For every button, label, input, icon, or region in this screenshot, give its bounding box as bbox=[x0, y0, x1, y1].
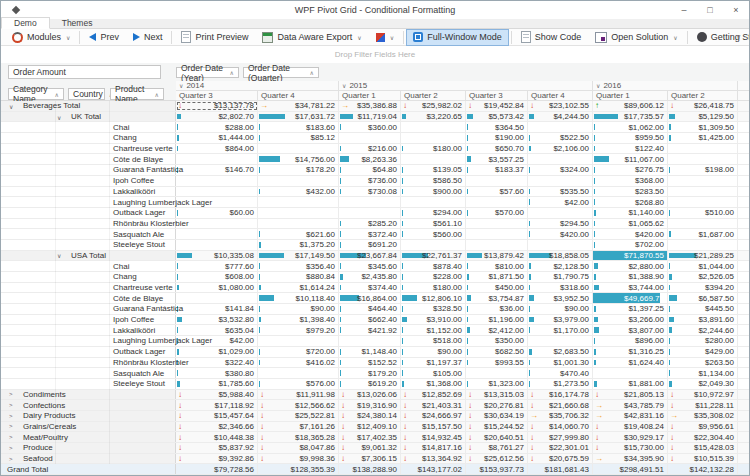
pivot-cell[interactable]: →$35,308.02 bbox=[668, 411, 738, 421]
pivot-cell[interactable]: ↓$14,817.16 bbox=[401, 443, 466, 453]
pivot-cell[interactable]: $298,491.51 bbox=[593, 464, 668, 474]
pivot-cell[interactable]: ↓$24,380.14 bbox=[339, 411, 401, 421]
pivot-cell[interactable] bbox=[528, 336, 593, 346]
row-header[interactable]: Chartreuse verte bbox=[1, 144, 176, 154]
pivot-cell[interactable]: $576.00 bbox=[258, 379, 339, 389]
pivot-cell[interactable]: $416.02 bbox=[258, 358, 339, 368]
pivot-cell[interactable]: →$42,831.16 bbox=[593, 411, 668, 421]
pivot-cell[interactable]: →$34,395.90 bbox=[593, 454, 668, 464]
row-field-product-name[interactable]: Product Name∧ bbox=[110, 88, 164, 100]
pivot-cell[interactable]: $959.50 bbox=[593, 133, 668, 143]
pivot-cell[interactable] bbox=[668, 240, 738, 250]
pivot-cell[interactable]: $11,719.04 bbox=[339, 112, 401, 122]
pivot-cell[interactable]: $90.00 bbox=[528, 304, 593, 314]
pivot-cell[interactable]: $139.05 bbox=[401, 165, 466, 175]
pivot-cell[interactable]: $1,197.37 bbox=[401, 358, 466, 368]
pivot-cell[interactable]: $141.84 bbox=[176, 304, 258, 314]
pivot-cell[interactable]: $350.00 bbox=[466, 336, 528, 346]
pivot-cell[interactable] bbox=[668, 187, 738, 197]
pivot-cell[interactable]: $864.00 bbox=[176, 144, 258, 154]
pivot-cell[interactable]: $1,398.40 bbox=[258, 315, 339, 325]
pivot-cell[interactable]: $181,681.43 bbox=[528, 464, 593, 474]
row-header[interactable]: Laughing Lumberjack Lager bbox=[1, 197, 176, 207]
row-header[interactable]: Côte de Blaye bbox=[1, 293, 176, 303]
pivot-cell[interactable]: $3,910.00 bbox=[401, 315, 466, 325]
pivot-cell[interactable]: $16,864.00 bbox=[339, 293, 401, 303]
pivot-cell[interactable]: $178.20 bbox=[258, 165, 339, 175]
pivot-cell[interactable]: ↓$13,364.92 bbox=[401, 454, 466, 464]
pivot-cell[interactable]: $21,289.25 bbox=[668, 251, 738, 261]
pivot-cell[interactable] bbox=[258, 219, 339, 229]
pivot-cell[interactable]: $736.00 bbox=[339, 176, 401, 186]
pivot-cell[interactable]: $635.04 bbox=[176, 325, 258, 335]
pivot-cell[interactable]: ↓$21,403.31 bbox=[401, 400, 466, 410]
pivot-cell[interactable]: ↓$11,228.11 bbox=[668, 400, 738, 410]
pivot-cell[interactable]: ↓$24,666.97 bbox=[401, 411, 466, 421]
row-header[interactable]: Lakkalikööri bbox=[1, 187, 176, 197]
pivot-cell[interactable]: $179.20 bbox=[339, 368, 401, 378]
data-field-order-amount[interactable]: Order Amount bbox=[8, 65, 161, 79]
toolbar-button-show-code[interactable]: Show Code bbox=[514, 29, 589, 46]
pivot-cell[interactable] bbox=[401, 133, 466, 143]
row-header[interactable]: Rhönbräu Klosterbier bbox=[1, 219, 176, 229]
pivot-cell[interactable] bbox=[528, 208, 593, 218]
quarter-header-cell[interactable]: Quarter 4 bbox=[258, 91, 339, 101]
pivot-cell[interactable]: $2,049.30 bbox=[668, 379, 738, 389]
pivot-cell[interactable]: $2,435.80 bbox=[339, 272, 401, 282]
row-header[interactable]: >Confections bbox=[1, 400, 176, 410]
pivot-cell[interactable]: ↓$25,982.02 bbox=[401, 101, 466, 111]
pivot-cell[interactable]: $128,355.39 bbox=[258, 464, 339, 474]
pivot-cell[interactable]: ↓$7,306.15 bbox=[339, 454, 401, 464]
pivot-cell[interactable]: $90.00 bbox=[258, 304, 339, 314]
pivot-cell[interactable] bbox=[668, 144, 738, 154]
pivot-cell[interactable]: $1,790.75 bbox=[528, 272, 593, 282]
toolbar-button-prev[interactable]: Prev bbox=[82, 29, 126, 46]
row-field-country[interactable]: Country∧ bbox=[68, 88, 105, 100]
pivot-cell[interactable]: ↓$15,457.64 bbox=[176, 411, 258, 421]
pivot-cell[interactable]: ↓$20,640.51 bbox=[466, 432, 528, 442]
pivot-cell[interactable]: ↓$22,304.40 bbox=[668, 432, 738, 442]
pivot-cell[interactable]: $619.20 bbox=[339, 379, 401, 389]
row-header[interactable]: Guaraná Fantástica bbox=[1, 165, 176, 175]
column-field-order-date-year[interactable]: Order Date (Year)∧ bbox=[176, 67, 239, 78]
pivot-cell[interactable]: $372.40 bbox=[339, 229, 401, 239]
pivot-cell[interactable]: $2,412.00 bbox=[466, 325, 528, 335]
pivot-cell[interactable]: $153,937.73 bbox=[466, 464, 528, 474]
pivot-cell[interactable]: $522.50 bbox=[528, 133, 593, 143]
row-header[interactable]: ∨Beverages Total bbox=[1, 101, 176, 111]
row-header[interactable]: ∨USA Total bbox=[1, 251, 176, 261]
pivot-cell[interactable]: $3,754.87 bbox=[466, 293, 528, 303]
pivot-cell[interactable]: $11,067.00 bbox=[593, 154, 668, 164]
pivot-cell[interactable]: ↓$13,026.06 bbox=[339, 390, 401, 400]
row-header[interactable]: Ipoh Coffee bbox=[1, 176, 176, 186]
row-header[interactable]: ∨UK Total bbox=[1, 112, 176, 122]
pivot-cell[interactable]: $2,683.50 bbox=[528, 347, 593, 357]
pivot-cell[interactable]: $1,309.50 bbox=[668, 122, 738, 132]
pivot-cell[interactable]: $17,149.50 bbox=[258, 251, 339, 261]
pivot-cell[interactable]: $1,785.60 bbox=[176, 379, 258, 389]
pivot-cell[interactable]: $152.52 bbox=[339, 358, 401, 368]
pivot-cell[interactable]: $36.00 bbox=[466, 304, 528, 314]
pivot-cell[interactable]: $445.50 bbox=[668, 304, 738, 314]
pivot-cell[interactable] bbox=[401, 122, 466, 132]
pivot-cell[interactable]: $1,273.50 bbox=[528, 379, 593, 389]
pivot-cell[interactable]: $3,532.80 bbox=[176, 315, 258, 325]
pivot-cell[interactable] bbox=[258, 176, 339, 186]
pivot-cell[interactable]: ↓$9,998.36 bbox=[258, 454, 339, 464]
pivot-cell[interactable]: $1,044.00 bbox=[668, 261, 738, 271]
pivot-cell[interactable]: $23,667.84 bbox=[339, 251, 401, 261]
year-header-cell[interactable]: ∨2014 bbox=[176, 81, 339, 91]
quarter-header-cell[interactable]: Quarter 1 bbox=[593, 91, 668, 101]
pivot-cell[interactable]: $180.00 bbox=[401, 283, 466, 293]
pivot-cell[interactable]: ↓$19,408.24 bbox=[593, 422, 668, 432]
pivot-cell[interactable]: $702.00 bbox=[593, 240, 668, 250]
pivot-cell[interactable] bbox=[668, 154, 738, 164]
pivot-cell[interactable]: ↓$26,418.75 bbox=[668, 101, 738, 111]
pivot-cell[interactable]: $324.00 bbox=[528, 165, 593, 175]
pivot-cell[interactable]: ↓$12,852.69 bbox=[401, 390, 466, 400]
pivot-cell[interactable]: $60.00 bbox=[176, 208, 258, 218]
pivot-cell[interactable] bbox=[339, 208, 401, 218]
pivot-cell[interactable]: ↓$15,428.03 bbox=[668, 443, 738, 453]
pivot-cell[interactable]: ↓$11,911.98 bbox=[258, 390, 339, 400]
pivot-cell[interactable]: ↓$30,929.17 bbox=[593, 432, 668, 442]
